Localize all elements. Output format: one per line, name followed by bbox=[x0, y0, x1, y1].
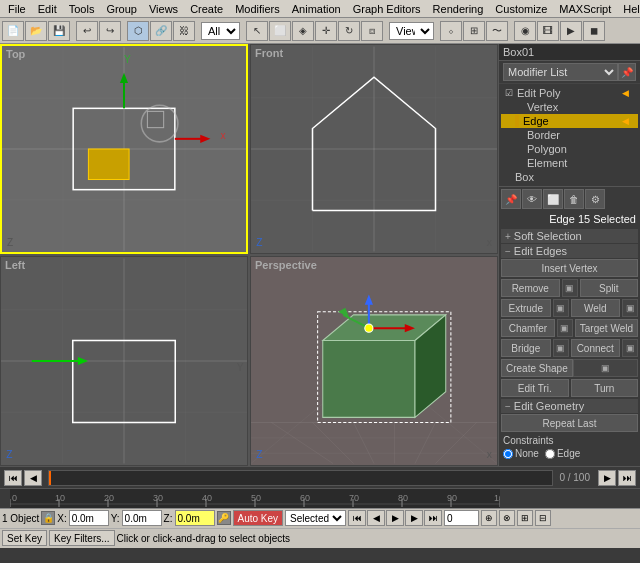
mini-btn2[interactable]: ⊗ bbox=[499, 510, 515, 526]
toolbar-material[interactable]: ◉ bbox=[514, 21, 536, 41]
show-icon-btn[interactable]: 👁 bbox=[522, 189, 542, 209]
repeat-last-btn[interactable]: Repeat Last bbox=[501, 414, 638, 432]
modifier-pin-btn[interactable]: 📌 bbox=[618, 63, 636, 81]
create-shape-small-btn[interactable]: ▣ bbox=[573, 359, 638, 377]
toolbar-render-setup[interactable]: 🎞 bbox=[537, 21, 559, 41]
connect-small-btn[interactable]: ▣ bbox=[622, 339, 638, 357]
toolbar-unlink[interactable]: ⛓ bbox=[173, 21, 195, 41]
viewport-top[interactable]: Top bbox=[0, 44, 248, 254]
toolbar-link[interactable]: 🔗 bbox=[150, 21, 172, 41]
mini-btn3[interactable]: ⊞ bbox=[517, 510, 533, 526]
edge-radio-label[interactable]: Edge bbox=[545, 448, 580, 459]
tree-border[interactable]: Border bbox=[501, 128, 638, 142]
menu-maxscript[interactable]: MAXScript bbox=[553, 3, 617, 15]
menu-graph-editors[interactable]: Graph Editors bbox=[347, 3, 427, 15]
none-radio-label[interactable]: None bbox=[503, 448, 539, 459]
timeline-left-btn[interactable]: ⏮ bbox=[4, 470, 22, 486]
menu-file[interactable]: File bbox=[2, 3, 32, 15]
key-filters-btn[interactable]: Key Filters... bbox=[49, 530, 115, 546]
toolbar-select-region[interactable]: ⬜ bbox=[269, 21, 291, 41]
tree-polygon[interactable]: Polygon bbox=[501, 142, 638, 156]
extrude-btn[interactable]: Extrude bbox=[501, 299, 551, 317]
toolbar-save[interactable]: 💾 bbox=[48, 21, 70, 41]
create-shape-btn[interactable]: Create Shape bbox=[501, 359, 573, 377]
tree-vertex[interactable]: Vertex bbox=[501, 100, 638, 114]
connect-btn[interactable]: Connect bbox=[571, 339, 621, 357]
menu-edit[interactable]: Edit bbox=[32, 3, 63, 15]
toolbar-scale[interactable]: ⧈ bbox=[361, 21, 383, 41]
menu-rendering[interactable]: Rendering bbox=[427, 3, 490, 15]
mini-btn4[interactable]: ⊟ bbox=[535, 510, 551, 526]
toolbar-mirror[interactable]: ⬦ bbox=[440, 21, 462, 41]
prev-frame-btn[interactable]: ⏮ bbox=[348, 510, 366, 526]
menu-views[interactable]: Views bbox=[143, 3, 184, 15]
z-input[interactable] bbox=[175, 510, 215, 526]
menu-tools[interactable]: Tools bbox=[63, 3, 101, 15]
toolbar-select-obj[interactable]: ↖ bbox=[246, 21, 268, 41]
edit-tri-btn[interactable]: Edit Tri. bbox=[501, 379, 569, 397]
weld-btn[interactable]: Weld bbox=[571, 299, 621, 317]
remove-small-btn[interactable]: ▣ bbox=[562, 279, 578, 297]
tree-edge[interactable]: Edge ◀ bbox=[501, 114, 638, 128]
configure-icon-btn[interactable]: ⚙ bbox=[585, 189, 605, 209]
auto-key-btn[interactable]: Auto Key bbox=[233, 510, 284, 526]
turn-btn[interactable]: Turn bbox=[571, 379, 639, 397]
toolbar-open[interactable]: 📂 bbox=[25, 21, 47, 41]
step-back-btn[interactable]: ◀ bbox=[367, 510, 385, 526]
timeline-next-btn[interactable]: ▶ bbox=[598, 470, 616, 486]
menu-help[interactable]: Help bbox=[617, 3, 640, 15]
selected-dropdown[interactable]: Selected bbox=[285, 510, 346, 526]
tree-element[interactable]: Element bbox=[501, 156, 638, 170]
toolbar-render-view[interactable]: ◼ bbox=[583, 21, 605, 41]
menu-group[interactable]: Group bbox=[100, 3, 143, 15]
toolbar-curve[interactable]: 〜 bbox=[486, 21, 508, 41]
toolbar-redo[interactable]: ↪ bbox=[99, 21, 121, 41]
x-input[interactable] bbox=[69, 510, 109, 526]
lock-icon[interactable]: 🔒 bbox=[41, 511, 55, 525]
toolbar-align[interactable]: ⊞ bbox=[463, 21, 485, 41]
mini-btn1[interactable]: ⊕ bbox=[481, 510, 497, 526]
tree-box[interactable]: Box bbox=[501, 170, 638, 184]
menu-modifiers[interactable]: Modifiers bbox=[229, 3, 286, 15]
chamfer-btn[interactable]: Chamfer bbox=[501, 319, 555, 337]
delete-icon-btn[interactable]: 🗑 bbox=[564, 189, 584, 209]
toolbar-move[interactable]: ✛ bbox=[315, 21, 337, 41]
y-input[interactable] bbox=[122, 510, 162, 526]
chamfer-small-btn[interactable]: ▣ bbox=[557, 319, 573, 337]
menu-animation[interactable]: Animation bbox=[286, 3, 347, 15]
highlight-icon-btn[interactable]: ⬜ bbox=[543, 189, 563, 209]
remove-btn[interactable]: Remove bbox=[501, 279, 560, 297]
insert-vertex-btn[interactable]: Insert Vertex bbox=[501, 259, 638, 277]
next-frame-btn[interactable]: ⏭ bbox=[424, 510, 442, 526]
none-radio[interactable] bbox=[503, 449, 513, 459]
timeline-last-btn[interactable]: ⏭ bbox=[618, 470, 636, 486]
ruler-content[interactable]: 0 10 20 30 40 50 60 70 80 90 100 bbox=[10, 489, 638, 508]
edit-geometry-header[interactable]: − Edit Geometry bbox=[501, 399, 638, 413]
frame-input[interactable] bbox=[444, 510, 479, 526]
toolbar-new[interactable]: 📄 bbox=[2, 21, 24, 41]
menu-create[interactable]: Create bbox=[184, 3, 229, 15]
bridge-btn[interactable]: Bridge bbox=[501, 339, 551, 357]
coord-lock-icon[interactable]: 🔑 bbox=[217, 511, 231, 525]
viewport-perspective[interactable]: Perspective bbox=[250, 256, 498, 466]
menu-customize[interactable]: Customize bbox=[489, 3, 553, 15]
toolbar-render[interactable]: ▶ bbox=[560, 21, 582, 41]
extrude-small-btn[interactable]: ▣ bbox=[553, 299, 569, 317]
tree-edit-poly[interactable]: ☑ Edit Poly ◀ bbox=[501, 86, 638, 100]
bridge-small-btn[interactable]: ▣ bbox=[553, 339, 569, 357]
target-weld-btn[interactable]: Target Weld bbox=[575, 319, 638, 337]
set-key-btn[interactable]: Set Key bbox=[2, 530, 47, 546]
edge-radio[interactable] bbox=[545, 449, 555, 459]
viewport-front[interactable]: Front Z x bbox=[250, 44, 498, 254]
toolbar-select[interactable]: ⬡ bbox=[127, 21, 149, 41]
timeline-bar[interactable] bbox=[48, 470, 553, 486]
pin-icon-btn[interactable]: 📌 bbox=[501, 189, 521, 209]
play-btn[interactable]: ▶ bbox=[386, 510, 404, 526]
toolbar-select-window[interactable]: ◈ bbox=[292, 21, 314, 41]
weld-small-btn[interactable]: ▣ bbox=[622, 299, 638, 317]
timeline-prev-btn[interactable]: ◀ bbox=[24, 470, 42, 486]
soft-selection-header[interactable]: + Soft Selection bbox=[501, 229, 638, 243]
filter-dropdown[interactable]: All bbox=[201, 22, 240, 40]
reference-dropdown[interactable]: View bbox=[389, 22, 434, 40]
split-btn[interactable]: Split bbox=[580, 279, 639, 297]
